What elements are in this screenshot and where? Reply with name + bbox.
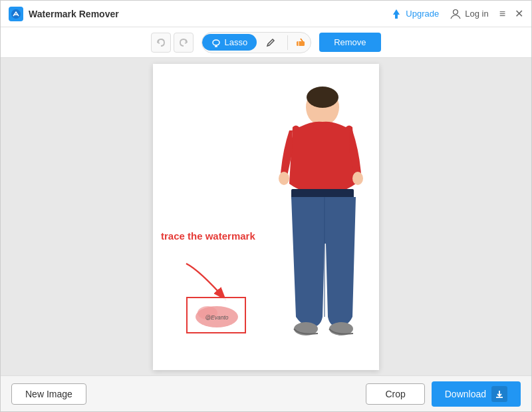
title-bar: Watermark Remover Upgrade Log in ≡ ✕ [1,1,531,27]
instruction-container: trace the watermark [161,230,255,242]
title-bar-right: Upgrade Log in ≡ ✕ [390,8,523,20]
instruction-text: trace the watermark [161,230,255,242]
download-icon [491,386,507,402]
close-button[interactable]: ✕ [515,9,523,19]
image-canvas[interactable]: trace the watermark @Evanto [153,64,379,370]
watermark-selection-box: @Evanto [186,297,246,333]
svg-point-2 [213,40,219,45]
svg-point-7 [352,172,363,185]
menu-button[interactable]: ≡ [499,9,505,19]
toolbar-divider [287,35,288,50]
app-title: Watermark Remover [29,9,119,19]
svg-point-6 [279,172,289,185]
canvas-area: trace the watermark @Evanto [1,58,531,375]
svg-point-0 [11,9,21,19]
undo-redo-group [151,33,194,53]
redo-button[interactable] [174,33,194,53]
login-button[interactable]: Log in [450,8,488,20]
app-icon [9,7,23,21]
window-controls: ≡ ✕ [499,9,523,19]
undo-button[interactable] [151,33,171,53]
toolbar: Lasso Remove [1,27,531,58]
upgrade-button[interactable]: Upgrade [390,8,439,20]
svg-point-1 [454,9,458,14]
svg-rect-3 [297,41,305,46]
download-button[interactable]: Download [432,381,521,407]
remove-button[interactable]: Remove [319,33,380,52]
title-bar-left: Watermark Remover [9,7,119,21]
eraser-tool-button[interactable] [291,33,311,53]
new-image-button[interactable]: New Image [11,383,86,405]
tool-selector: Lasso [201,32,311,53]
brush-tool-button[interactable] [257,35,285,51]
svg-point-5 [307,87,338,108]
footer: New Image Crop Download [1,375,531,411]
lasso-tool-button[interactable]: Lasso [202,34,257,51]
svg-text:@Evanto: @Evanto [205,314,228,321]
footer-right: Crop Download [366,381,521,407]
crop-button[interactable]: Crop [366,383,424,405]
